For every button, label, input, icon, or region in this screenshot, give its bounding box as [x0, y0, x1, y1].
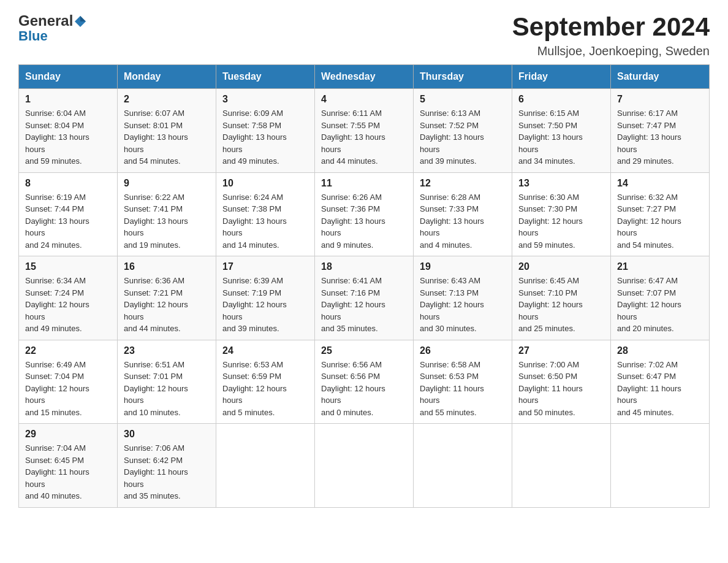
- week-row-1: 1 Sunrise: 6:04 AMSunset: 8:04 PMDayligh…: [19, 89, 710, 173]
- sun-info: Sunrise: 6:51 AMSunset: 7:01 PMDaylight:…: [124, 360, 188, 417]
- calendar-cell: 29 Sunrise: 7:04 AMSunset: 6:45 PMDaylig…: [19, 424, 118, 508]
- sun-info: Sunrise: 6:15 AMSunset: 7:50 PMDaylight:…: [518, 109, 583, 166]
- calendar-cell: 19 Sunrise: 6:43 AMSunset: 7:13 PMDaylig…: [414, 256, 512, 340]
- sun-info: Sunrise: 6:43 AMSunset: 7:13 PMDaylight:…: [420, 276, 484, 333]
- day-number: 15: [25, 261, 111, 272]
- calendar-cell: 16 Sunrise: 6:36 AMSunset: 7:21 PMDaylig…: [118, 256, 216, 340]
- sun-info: Sunrise: 7:04 AMSunset: 6:45 PMDaylight:…: [25, 443, 89, 500]
- calendar-cell: 28 Sunrise: 7:02 AMSunset: 6:47 PMDaylig…: [611, 340, 710, 424]
- sun-info: Sunrise: 7:02 AMSunset: 6:47 PMDaylight:…: [617, 360, 681, 417]
- day-number: 5: [420, 94, 506, 105]
- logo-flag-icon: [74, 13, 87, 29]
- calendar-cell: 8 Sunrise: 6:19 AMSunset: 7:44 PMDayligh…: [19, 172, 118, 256]
- calendar-cell: 11 Sunrise: 6:26 AMSunset: 7:36 PMDaylig…: [315, 172, 414, 256]
- calendar-cell: 13 Sunrise: 6:30 AMSunset: 7:30 PMDaylig…: [512, 172, 611, 256]
- day-number: 13: [518, 178, 604, 189]
- sun-info: Sunrise: 6:36 AMSunset: 7:21 PMDaylight:…: [124, 276, 188, 333]
- sun-info: Sunrise: 6:09 AMSunset: 7:58 PMDaylight:…: [222, 109, 287, 166]
- day-number: 25: [321, 345, 407, 356]
- weekday-header-row: Sunday Monday Tuesday Wednesday Thursday…: [19, 65, 710, 89]
- day-number: 6: [518, 94, 604, 105]
- week-row-3: 15 Sunrise: 6:34 AMSunset: 7:24 PMDaylig…: [19, 256, 710, 340]
- header-tuesday: Tuesday: [216, 65, 315, 89]
- calendar-cell: 21 Sunrise: 6:47 AMSunset: 7:07 PMDaylig…: [611, 256, 710, 340]
- page-subtitle: Mullsjoe, Joenkoeping, Sweden: [512, 44, 710, 58]
- header-monday: Monday: [118, 65, 216, 89]
- day-number: 27: [518, 345, 604, 356]
- sun-info: Sunrise: 6:13 AMSunset: 7:52 PMDaylight:…: [420, 109, 484, 166]
- sun-info: Sunrise: 7:06 AMSunset: 6:42 PMDaylight:…: [124, 443, 188, 500]
- logo-text: General: [18, 12, 87, 29]
- sun-info: Sunrise: 6:34 AMSunset: 7:24 PMDaylight:…: [25, 276, 89, 333]
- calendar-cell: 15 Sunrise: 6:34 AMSunset: 7:24 PMDaylig…: [19, 256, 118, 340]
- page-header: General Blue September 2024 Mullsjoe, Jo…: [18, 12, 710, 58]
- calendar-cell: 22 Sunrise: 6:49 AMSunset: 7:04 PMDaylig…: [19, 340, 118, 424]
- sun-info: Sunrise: 6:24 AMSunset: 7:38 PMDaylight:…: [222, 193, 287, 250]
- day-number: 11: [321, 178, 407, 189]
- day-number: 10: [222, 178, 308, 189]
- sun-info: Sunrise: 6:26 AMSunset: 7:36 PMDaylight:…: [321, 193, 385, 250]
- calendar-cell: [512, 424, 611, 508]
- calendar-cell: 3 Sunrise: 6:09 AMSunset: 7:58 PMDayligh…: [216, 89, 315, 173]
- day-number: 30: [124, 429, 210, 440]
- sun-info: Sunrise: 6:58 AMSunset: 6:53 PMDaylight:…: [420, 360, 484, 417]
- sun-info: Sunrise: 6:41 AMSunset: 7:16 PMDaylight:…: [321, 276, 385, 333]
- svg-marker-1: [80, 16, 86, 21]
- sun-info: Sunrise: 6:28 AMSunset: 7:33 PMDaylight:…: [420, 193, 484, 250]
- calendar-cell: 26 Sunrise: 6:58 AMSunset: 6:53 PMDaylig…: [414, 340, 512, 424]
- sun-info: Sunrise: 6:07 AMSunset: 8:01 PMDaylight:…: [124, 109, 188, 166]
- sun-info: Sunrise: 6:39 AMSunset: 7:19 PMDaylight:…: [222, 276, 287, 333]
- week-row-5: 29 Sunrise: 7:04 AMSunset: 6:45 PMDaylig…: [19, 424, 710, 508]
- day-number: 12: [420, 178, 506, 189]
- sun-info: Sunrise: 6:53 AMSunset: 6:59 PMDaylight:…: [222, 360, 287, 417]
- calendar-cell: 5 Sunrise: 6:13 AMSunset: 7:52 PMDayligh…: [414, 89, 512, 173]
- sun-info: Sunrise: 6:04 AMSunset: 8:04 PMDaylight:…: [25, 109, 89, 166]
- header-wednesday: Wednesday: [315, 65, 414, 89]
- calendar-cell: 24 Sunrise: 6:53 AMSunset: 6:59 PMDaylig…: [216, 340, 315, 424]
- sun-info: Sunrise: 6:47 AMSunset: 7:07 PMDaylight:…: [617, 276, 681, 333]
- day-number: 7: [617, 94, 703, 105]
- header-saturday: Saturday: [611, 65, 710, 89]
- calendar-cell: 30 Sunrise: 7:06 AMSunset: 6:42 PMDaylig…: [118, 424, 216, 508]
- sun-info: Sunrise: 6:17 AMSunset: 7:47 PMDaylight:…: [617, 109, 681, 166]
- day-number: 14: [617, 178, 703, 189]
- sun-info: Sunrise: 6:22 AMSunset: 7:41 PMDaylight:…: [124, 193, 188, 250]
- day-number: 17: [222, 261, 308, 272]
- logo-general: General: [18, 12, 73, 29]
- calendar-cell: 9 Sunrise: 6:22 AMSunset: 7:41 PMDayligh…: [118, 172, 216, 256]
- calendar-cell: 27 Sunrise: 7:00 AMSunset: 6:50 PMDaylig…: [512, 340, 611, 424]
- sun-info: Sunrise: 6:32 AMSunset: 7:27 PMDaylight:…: [617, 193, 681, 250]
- calendar-cell: 2 Sunrise: 6:07 AMSunset: 8:01 PMDayligh…: [118, 89, 216, 173]
- calendar-cell: 4 Sunrise: 6:11 AMSunset: 7:55 PMDayligh…: [315, 89, 414, 173]
- week-row-4: 22 Sunrise: 6:49 AMSunset: 7:04 PMDaylig…: [19, 340, 710, 424]
- calendar-cell: 1 Sunrise: 6:04 AMSunset: 8:04 PMDayligh…: [19, 89, 118, 173]
- calendar-cell: 20 Sunrise: 6:45 AMSunset: 7:10 PMDaylig…: [512, 256, 611, 340]
- calendar-cell: [414, 424, 512, 508]
- calendar-cell: 6 Sunrise: 6:15 AMSunset: 7:50 PMDayligh…: [512, 89, 611, 173]
- header-sunday: Sunday: [19, 65, 118, 89]
- sun-info: Sunrise: 6:19 AMSunset: 7:44 PMDaylight:…: [25, 193, 89, 250]
- day-number: 9: [124, 178, 210, 189]
- sun-info: Sunrise: 6:49 AMSunset: 7:04 PMDaylight:…: [25, 360, 89, 417]
- calendar-cell: [611, 424, 710, 508]
- day-number: 22: [25, 345, 111, 356]
- header-friday: Friday: [512, 65, 611, 89]
- day-number: 29: [25, 429, 111, 440]
- day-number: 24: [222, 345, 308, 356]
- sun-info: Sunrise: 7:00 AMSunset: 6:50 PMDaylight:…: [518, 360, 583, 417]
- sun-info: Sunrise: 6:30 AMSunset: 7:30 PMDaylight:…: [518, 193, 583, 250]
- calendar-cell: 23 Sunrise: 6:51 AMSunset: 7:01 PMDaylig…: [118, 340, 216, 424]
- sun-info: Sunrise: 6:11 AMSunset: 7:55 PMDaylight:…: [321, 109, 385, 166]
- logo-blue: Blue: [18, 28, 48, 44]
- logo: General Blue: [18, 12, 87, 44]
- page-title: September 2024: [512, 12, 710, 42]
- sun-info: Sunrise: 6:45 AMSunset: 7:10 PMDaylight:…: [518, 276, 583, 333]
- day-number: 20: [518, 261, 604, 272]
- day-number: 21: [617, 261, 703, 272]
- day-number: 16: [124, 261, 210, 272]
- day-number: 18: [321, 261, 407, 272]
- week-row-2: 8 Sunrise: 6:19 AMSunset: 7:44 PMDayligh…: [19, 172, 710, 256]
- day-number: 28: [617, 345, 703, 356]
- day-number: 23: [124, 345, 210, 356]
- day-number: 19: [420, 261, 506, 272]
